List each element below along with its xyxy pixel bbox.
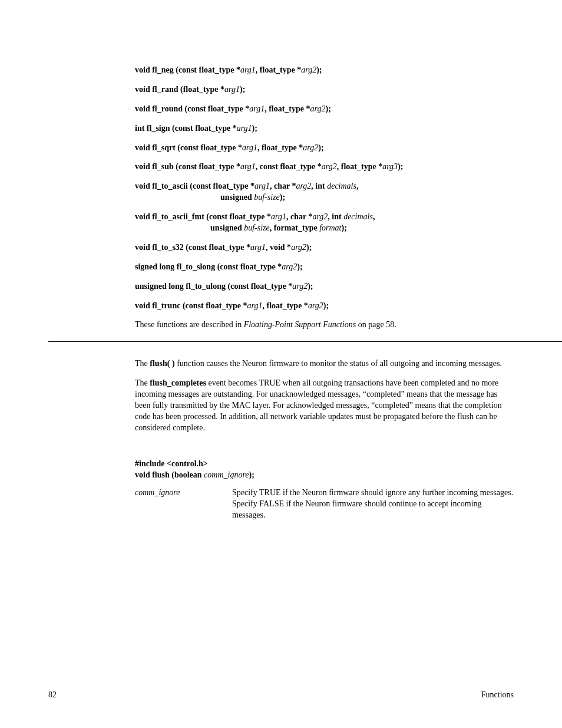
- sig-fl-neg: void fl_neg (const float_type *arg1, flo…: [135, 65, 514, 76]
- flush-paragraph-1: The flush( ) function causes the Neuron …: [135, 358, 514, 370]
- page-number: 82: [48, 690, 57, 700]
- sig-fl-round: void fl_round (const float_type *arg1, f…: [135, 104, 514, 115]
- flush-paragraph-2: The flush_completes event becomes TRUE w…: [135, 378, 514, 433]
- sig-fl-to-slong: signed long fl_to_slong (const float_typ…: [135, 262, 514, 273]
- param-desc: Specify TRUE if the Neuron firmware shou…: [232, 487, 514, 521]
- sig-fl-to-ascii: void fl_to_ascii (const float_type *arg1…: [135, 181, 514, 203]
- sig-fl-to-ascii-line2: unsigned buf-size);: [220, 192, 514, 203]
- sig-fl-to-ascii-fmt: void fl_to_ascii_fmt (const float_type *…: [135, 212, 514, 234]
- sig-fl-sqrt: void fl_sqrt (const float_type *arg1, fl…: [135, 143, 514, 154]
- section-divider: [48, 341, 562, 342]
- sig-fl-sign: int fl_sign (const float_type *arg1);: [135, 123, 514, 134]
- section-divider-wrap: [48, 341, 562, 342]
- page: void fl_neg (const float_type *arg1, flo…: [0, 0, 562, 728]
- sig-fl-rand: void fl_rand (float_type *arg1);: [135, 84, 514, 95]
- spacer: [135, 442, 514, 459]
- flush-syntax: #include <control.h> void flush (boolean…: [135, 459, 514, 481]
- functions-described-line: These functions are described in Floatin…: [135, 319, 514, 331]
- content-block: void fl_neg (const float_type *arg1, flo…: [135, 65, 514, 331]
- proto-line: void flush (boolean comm_ignore);: [135, 470, 514, 481]
- section-name: Functions: [481, 690, 514, 700]
- sig-fl-to-ulong: unsigned long fl_to_ulong (const float_t…: [135, 281, 514, 292]
- include-line: #include <control.h>: [135, 459, 514, 470]
- param-row-comm-ignore: comm_ignore Specify TRUE if the Neuron f…: [135, 487, 514, 521]
- sig-fl-trunc: void fl_trunc (const float_type *arg1, f…: [135, 301, 514, 312]
- sig-fl-to-ascii-fmt-line2: unsigned buf-size, format_type format);: [210, 223, 514, 234]
- param-term: comm_ignore: [135, 487, 220, 521]
- sig-fl-sub: void fl_sub (const float_type *arg1, con…: [135, 162, 514, 173]
- page-footer: 82 Functions: [48, 690, 514, 700]
- flush-section: The flush( ) function causes the Neuron …: [135, 358, 514, 521]
- sig-fl-to-s32: void fl_to_s32 (const float_type *arg1, …: [135, 242, 514, 253]
